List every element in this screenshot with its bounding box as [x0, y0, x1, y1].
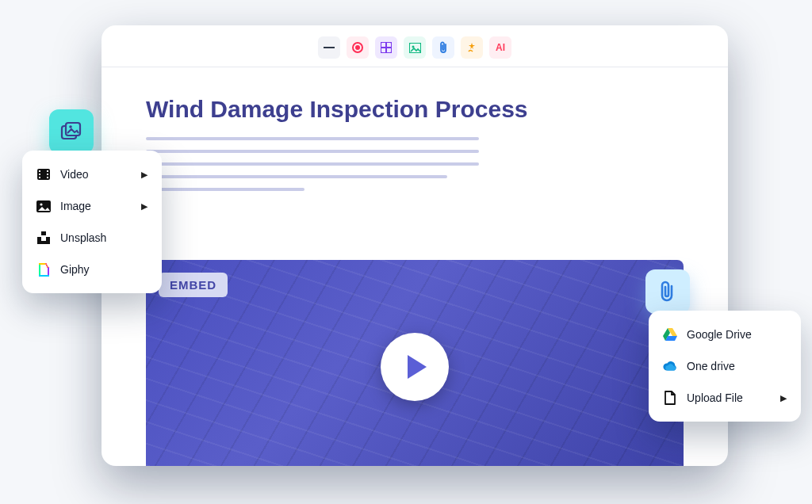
chevron-right-icon: ▶: [780, 393, 787, 403]
menu-item-label: Unsplash: [60, 231, 106, 244]
attach-menu-item-one-drive[interactable]: One drive: [649, 350, 801, 382]
menu-item-label: Image: [60, 200, 91, 212]
svg-rect-27: [47, 266, 48, 268]
video-icon: [36, 167, 51, 181]
menu-item-label: Upload File: [687, 391, 743, 404]
ai-tool-label: AI: [496, 42, 505, 53]
onedrive-icon: [663, 359, 677, 373]
svg-rect-20: [41, 231, 46, 235]
google-drive-icon: [663, 327, 677, 342]
document-content: Wind Damage Inspection Process: [102, 67, 728, 191]
giphy-icon: [36, 262, 51, 277]
svg-rect-15: [47, 170, 48, 172]
svg-rect-13: [39, 174, 40, 175]
attach-menu: Google Drive One drive Upload File ▶: [649, 311, 801, 422]
menu-item-label: One drive: [687, 360, 735, 372]
play-icon: [405, 353, 429, 380]
svg-rect-25: [45, 263, 47, 265]
page-title: Wind Damage Inspection Process: [146, 96, 684, 123]
svg-rect-22: [48, 267, 49, 275]
text-placeholder-line: [146, 150, 479, 153]
media-menu-item-unsplash[interactable]: Unsplash: [22, 222, 162, 254]
svg-point-10: [69, 125, 72, 128]
svg-rect-17: [47, 177, 48, 178]
media-menu-item-image[interactable]: Image ▶: [22, 190, 162, 222]
svg-rect-23: [39, 263, 45, 265]
editor-toolbar: AI: [102, 25, 728, 67]
table-tool-button[interactable]: [375, 36, 397, 59]
svg-rect-0: [324, 47, 335, 48]
chevron-right-icon: ▶: [141, 201, 147, 212]
attach-menu-item-google-drive[interactable]: Google Drive: [649, 319, 801, 350]
menu-item-label: Google Drive: [687, 328, 752, 341]
media-menu-item-giphy[interactable]: Giphy: [22, 254, 162, 285]
editor-window: AI Wind Damage Inspection Process EMBED: [102, 25, 728, 466]
attach-menu-trigger[interactable]: [645, 269, 690, 314]
media-menu-trigger[interactable]: [49, 109, 94, 154]
svg-rect-24: [39, 275, 49, 277]
menu-item-label: Giphy: [60, 263, 90, 276]
media-gallery-icon: [60, 121, 82, 142]
menu-item-label: Video: [60, 168, 89, 181]
svg-rect-12: [39, 170, 40, 172]
svg-rect-16: [47, 174, 48, 175]
paperclip-icon: [659, 281, 676, 303]
text-placeholder-line: [146, 162, 479, 166]
attachment-tool-button[interactable]: [432, 36, 454, 59]
ai-tool-button[interactable]: AI: [489, 36, 511, 59]
svg-point-2: [355, 45, 360, 50]
svg-rect-14: [39, 177, 40, 178]
image-icon: [36, 199, 51, 213]
svg-rect-26: [46, 265, 48, 266]
svg-rect-21: [39, 265, 40, 275]
text-placeholder-line: [146, 188, 304, 191]
text-placeholder-line: [146, 175, 447, 178]
play-button[interactable]: [381, 333, 449, 401]
unsplash-icon: [36, 231, 51, 245]
attach-menu-item-upload-file[interactable]: Upload File ▶: [649, 382, 801, 414]
file-icon: [663, 391, 677, 405]
svg-point-19: [40, 203, 42, 205]
media-tool-button[interactable]: [404, 36, 426, 59]
record-tool-button[interactable]: [347, 36, 369, 59]
chevron-right-icon: ▶: [141, 170, 147, 180]
embedded-video[interactable]: EMBED: [146, 260, 684, 466]
embed-badge: EMBED: [159, 273, 228, 297]
action-tool-button[interactable]: [461, 36, 483, 59]
text-placeholder-line: [146, 137, 479, 140]
media-menu: Video ▶ Image ▶ Unsplash Giphy: [22, 151, 162, 293]
divider-tool-button[interactable]: [318, 36, 340, 59]
media-menu-item-video[interactable]: Video ▶: [22, 158, 162, 190]
